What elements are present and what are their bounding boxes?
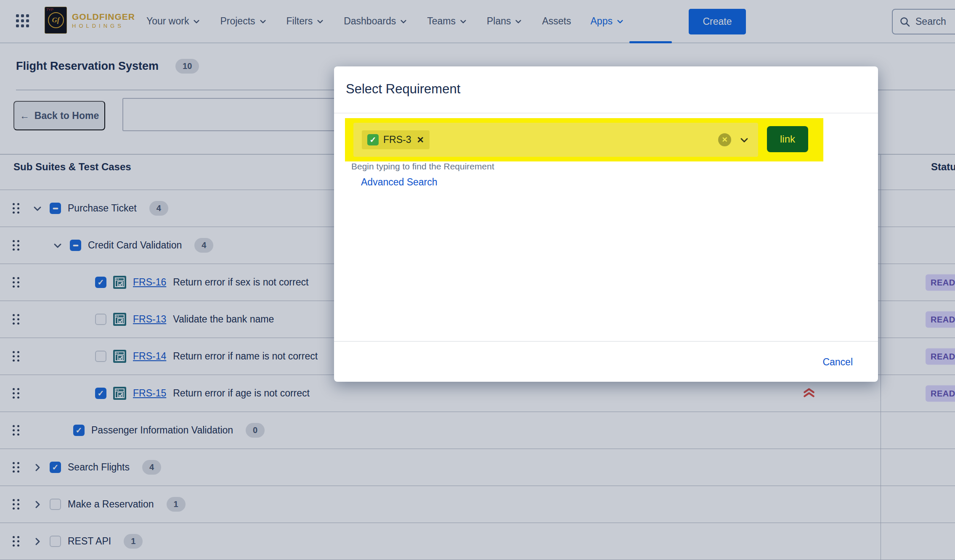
highlight-region: FRS-3 ✕ ✕ — [345, 118, 823, 161]
requirement-tag-label: FRS-3 — [383, 134, 411, 145]
cancel-button[interactable]: Cancel — [822, 357, 853, 368]
divider — [334, 341, 878, 342]
app-root: 7YP Gf GOLDFINGER HOLDINGS Your work Pro… — [0, 0, 955, 560]
requirement-select[interactable]: FRS-3 ✕ ✕ — [353, 123, 758, 157]
select-chevron-down-icon[interactable] — [739, 135, 750, 147]
requirement-check-icon — [367, 134, 379, 145]
link-button[interactable]: link — [767, 126, 808, 152]
divider — [334, 113, 878, 114]
clear-select-icon[interactable]: ✕ — [718, 133, 731, 146]
select-hint-text: Begin typing to find the Requirement — [351, 161, 494, 172]
remove-tag-icon[interactable]: ✕ — [416, 135, 424, 145]
advanced-search-link[interactable]: Advanced Search — [361, 177, 438, 188]
select-requirement-dialog: Select Requirement FRS-3 ✕ ✕ link Begin … — [334, 66, 878, 382]
selected-requirement-tag: FRS-3 ✕ — [362, 130, 430, 149]
dialog-title: Select Requirement — [346, 82, 460, 97]
